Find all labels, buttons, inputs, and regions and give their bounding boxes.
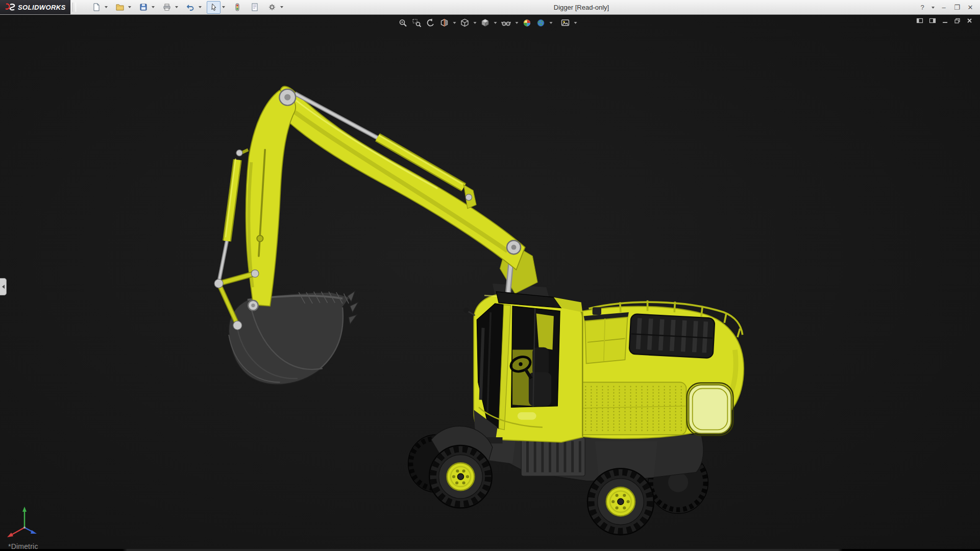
- zoom-to-area-icon: [412, 18, 422, 28]
- options-dropdown[interactable]: [279, 1, 285, 14]
- options-gear-icon: [267, 3, 277, 12]
- chevron-left-icon: [2, 285, 5, 289]
- zoom-to-fit-button[interactable]: [397, 16, 410, 29]
- new-document-dropdown[interactable]: [103, 1, 109, 14]
- edit-appearance-button[interactable]: [521, 16, 534, 29]
- new-document-icon: [92, 3, 101, 12]
- window-title: Digger [Read-only]: [554, 4, 609, 11]
- chevron-down-icon: [175, 6, 178, 8]
- print-button[interactable]: [160, 1, 174, 14]
- chevron-down-icon: [574, 22, 577, 24]
- chevron-down-icon: [516, 22, 519, 24]
- select-button[interactable]: [207, 1, 220, 14]
- pane-left-button[interactable]: [916, 17, 923, 24]
- zoom-to-area-button[interactable]: [410, 16, 424, 29]
- main-toolbar: [89, 1, 288, 14]
- file-properties-icon: [250, 3, 259, 12]
- apply-scene-button[interactable]: [534, 16, 548, 29]
- view-toolbar: [397, 16, 579, 29]
- edit-appearance-ball-icon: [522, 18, 532, 28]
- chevron-down-icon: [128, 6, 131, 8]
- front-wheel[interactable]: [429, 445, 492, 508]
- display-style-dropdown[interactable]: [493, 16, 499, 29]
- chevron-down-icon: [494, 22, 497, 24]
- minimize-button[interactable]: –: [938, 2, 949, 13]
- engine-body[interactable]: [564, 300, 744, 439]
- triad-y-axis: [22, 507, 27, 528]
- taskbar-edge: [0, 549, 980, 551]
- hide-show-glasses-icon: [501, 18, 512, 28]
- view-settings-dropdown[interactable]: [573, 16, 579, 29]
- open-dropdown[interactable]: [127, 1, 133, 14]
- toolbar-grip[interactable]: [72, 3, 76, 12]
- chevron-down-icon: [199, 6, 202, 8]
- close-icon: [966, 17, 973, 24]
- undo-button[interactable]: [183, 1, 197, 14]
- restore-icon: [954, 17, 961, 24]
- view-settings-icon: [560, 18, 571, 28]
- select-dropdown[interactable]: [220, 1, 227, 14]
- undo-dropdown[interactable]: [197, 1, 203, 14]
- feature-manager-collapsed-tab[interactable]: [0, 278, 7, 295]
- save-icon: [139, 3, 148, 12]
- pane-right-button[interactable]: [929, 17, 936, 24]
- apply-scene-globe-icon: [536, 18, 546, 28]
- ds-logo-icon: [4, 3, 15, 12]
- titlebar: SOLIDWORKS: [0, 0, 980, 15]
- minimize-icon: [942, 17, 948, 24]
- view-orientation-button[interactable]: [458, 16, 472, 29]
- apply-scene-dropdown[interactable]: [548, 16, 554, 29]
- undo-icon: [186, 3, 195, 12]
- display-style-button[interactable]: [479, 16, 492, 29]
- document-close-button[interactable]: [966, 17, 973, 24]
- help-dropdown[interactable]: [930, 1, 936, 14]
- hide-show-items-dropdown[interactable]: [514, 16, 520, 29]
- chevron-down-icon: [222, 6, 225, 8]
- open-button[interactable]: [113, 1, 127, 14]
- section-view-dropdown[interactable]: [452, 16, 458, 29]
- display-style-cube-icon: [480, 18, 491, 28]
- section-view-button[interactable]: [438, 16, 451, 29]
- engine-vents: [629, 314, 715, 358]
- new-document-button[interactable]: [89, 1, 103, 14]
- chevron-down-icon: [152, 6, 155, 8]
- document-minimize-button[interactable]: [942, 17, 948, 24]
- open-folder-icon: [115, 3, 125, 12]
- close-button[interactable]: ✕: [965, 2, 976, 13]
- rear-wheel[interactable]: [587, 468, 654, 535]
- triad-z-axis: [24, 528, 37, 534]
- print-dropdown[interactable]: [174, 1, 180, 14]
- orientation-triad[interactable]: [4, 504, 45, 545]
- solidworks-logo: SOLIDWORKS: [0, 0, 70, 14]
- document-window-controls: [916, 17, 973, 24]
- view-settings-button[interactable]: [559, 16, 572, 29]
- window-controls: ? – ❐ ✕: [917, 0, 976, 15]
- save-dropdown[interactable]: [150, 1, 156, 14]
- view-orientation-cube-icon: [460, 18, 470, 28]
- options-button[interactable]: [265, 1, 279, 14]
- chevron-down-icon: [280, 6, 283, 8]
- maximize-button[interactable]: ❐: [951, 2, 963, 13]
- pane-left-icon: [916, 17, 923, 24]
- help-button[interactable]: ?: [917, 2, 928, 13]
- print-icon: [162, 3, 172, 12]
- previous-view-button[interactable]: [424, 16, 437, 29]
- rebuild-button[interactable]: [230, 1, 244, 14]
- graphics-area[interactable]: *Dimetric: [0, 15, 980, 551]
- document-restore-button[interactable]: [954, 17, 961, 24]
- pane-right-icon: [929, 17, 936, 24]
- previous-view-icon: [426, 18, 436, 28]
- chevron-down-icon: [932, 7, 935, 9]
- file-properties-button[interactable]: [248, 1, 261, 14]
- hide-show-items-button[interactable]: [499, 16, 513, 29]
- save-button[interactable]: [136, 1, 150, 14]
- digger-model[interactable]: [0, 15, 980, 551]
- rebuild-icon: [233, 3, 242, 12]
- chevron-down-icon: [453, 22, 456, 24]
- triad-origin: [23, 527, 26, 529]
- chevron-down-icon: [550, 22, 553, 24]
- view-orientation-dropdown[interactable]: [472, 16, 478, 29]
- section-view-icon: [439, 18, 450, 28]
- chevron-down-icon: [105, 6, 108, 8]
- select-cursor-icon: [209, 3, 218, 12]
